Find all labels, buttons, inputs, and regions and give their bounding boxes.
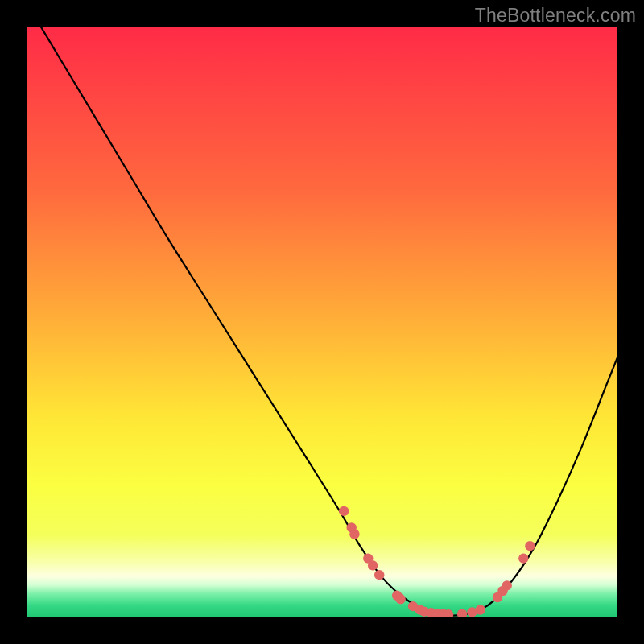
data-point-p16	[457, 609, 467, 617]
bottleneck-curve	[27, 27, 617, 616]
data-point-p23	[525, 541, 535, 551]
data-point-p6	[374, 570, 384, 580]
data-point-p1	[339, 506, 349, 516]
app-frame: TheBottleneck.com	[0, 0, 644, 644]
watermark-text: TheBottleneck.com	[475, 5, 636, 27]
chart-svg	[27, 27, 617, 617]
data-point-p22	[518, 553, 528, 563]
data-point-p8	[395, 594, 405, 604]
data-points	[339, 506, 535, 617]
data-point-p21	[502, 580, 512, 590]
data-point-p18	[476, 605, 485, 614]
data-point-p5	[368, 560, 378, 570]
data-point-p3	[349, 529, 359, 539]
plot-area	[27, 27, 617, 617]
